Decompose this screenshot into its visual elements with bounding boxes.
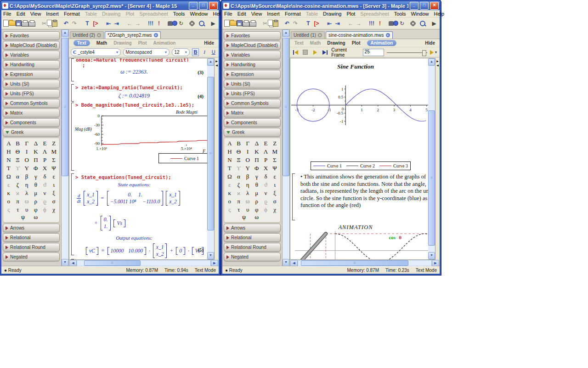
greek-letter[interactable]: Ω bbox=[4, 172, 13, 180]
palette-header[interactable]: Handwriting bbox=[224, 60, 281, 69]
greek-letter[interactable]: ε bbox=[270, 172, 279, 180]
palette-header[interactable]: MapleCloud (Disabled) bbox=[3, 41, 60, 50]
context-tab[interactable]: Drawing bbox=[113, 40, 131, 46]
menu-item[interactable]: Format bbox=[64, 11, 80, 17]
print-icon[interactable] bbox=[22, 22, 28, 27]
redo-icon[interactable]: ↷ bbox=[70, 20, 79, 27]
bold-button[interactable]: B bbox=[192, 48, 199, 56]
tab-untitled[interactable]: Untitled (2)✕ bbox=[70, 31, 104, 39]
debug-icon[interactable] bbox=[173, 21, 177, 25]
greek-letter[interactable]: Θ bbox=[13, 148, 23, 155]
palette-header[interactable]: Matrix bbox=[3, 109, 60, 117]
play-button[interactable] bbox=[312, 49, 319, 56]
vertical-scrollbar[interactable]: ▲ ▼ bbox=[428, 58, 435, 260]
greek-letter[interactable]: Ψ bbox=[270, 164, 279, 172]
redo-icon[interactable]: ↷ bbox=[291, 20, 300, 27]
palette-header[interactable]: Relational Round bbox=[224, 243, 281, 252]
mode-indicator[interactable]: Text Mode bbox=[195, 268, 216, 273]
close-tab-icon[interactable]: ✕ bbox=[154, 33, 158, 37]
greek-letter[interactable]: Ν bbox=[4, 156, 13, 164]
tab-zgraph[interactable]: *ZGraph_syrep2.mws✕ bbox=[105, 31, 161, 39]
menu-item[interactable]: File bbox=[3, 11, 11, 17]
mode-indicator[interactable]: Text Mode bbox=[416, 268, 437, 273]
greek-letter[interactable]: Υ bbox=[243, 164, 252, 172]
greek-letter[interactable]: ρ bbox=[252, 197, 261, 205]
greek-letter[interactable]: ϖ bbox=[243, 197, 252, 205]
greek-letter[interactable]: ξ bbox=[49, 189, 58, 197]
close-button[interactable]: ✕ bbox=[209, 2, 218, 10]
horizontal-scrollbar[interactable]: ◀ ▶ bbox=[290, 260, 440, 266]
greek-letter[interactable]: ϕ bbox=[40, 206, 50, 213]
greek-letter-row[interactable]: ψ ω bbox=[4, 213, 58, 221]
insert-prompt-icon[interactable]: [> bbox=[312, 20, 321, 27]
menu-item[interactable]: Insert bbox=[267, 11, 280, 17]
greek-letter[interactable]: χ bbox=[270, 206, 279, 213]
stop-button[interactable] bbox=[302, 49, 309, 56]
palette-header[interactable]: Common Symbols bbox=[3, 99, 60, 108]
debug-icon[interactable] bbox=[394, 21, 398, 25]
scroll-right-icon[interactable]: ▶ bbox=[211, 260, 218, 267]
palette-header[interactable]: Negated bbox=[224, 253, 281, 261]
scroll-down-icon[interactable]: ▼ bbox=[283, 259, 289, 266]
vertical-scrollbar[interactable]: ▲ ▼ bbox=[207, 58, 215, 260]
palette-header[interactable]: Matrix bbox=[224, 109, 281, 117]
menu-item[interactable]: Drawing bbox=[323, 11, 341, 17]
greek-letter[interactable]: Η bbox=[4, 148, 13, 155]
context-tab[interactable]: Math bbox=[310, 40, 321, 46]
palette-header[interactable]: Variables bbox=[3, 51, 60, 59]
close-tab-icon[interactable]: ✕ bbox=[386, 33, 390, 37]
worksheet-page[interactable]: Sine Function -3-2-11234510.5-0.5-10 Cur… bbox=[290, 58, 428, 260]
print-preview-icon[interactable] bbox=[249, 22, 256, 27]
scroll-right-icon[interactable]: ▶ bbox=[432, 260, 439, 267]
tab-sine-cosine[interactable]: sine-cosine-animation.mws✕ bbox=[326, 31, 393, 39]
menu-item[interactable]: Window bbox=[190, 11, 208, 17]
context-tab[interactable]: Math bbox=[96, 40, 107, 46]
greek-letter[interactable]: Ρ bbox=[261, 156, 271, 164]
greek-letter[interactable]: Ι bbox=[22, 148, 31, 155]
toolbar-overflow-icon[interactable]: ▶ bbox=[209, 20, 217, 27]
greek-letter[interactable]: Τ bbox=[4, 164, 13, 172]
greek-letter[interactable]: σ bbox=[270, 197, 279, 205]
insert-text-icon[interactable]: T bbox=[83, 20, 91, 27]
palette-header[interactable]: Favorites bbox=[3, 31, 60, 40]
greek-letter[interactable]: Ε bbox=[40, 139, 50, 147]
greek-letter[interactable]: δ bbox=[40, 172, 50, 180]
greek-letter[interactable]: ϖ bbox=[22, 197, 31, 205]
greek-letter[interactable]: ζ bbox=[234, 181, 243, 189]
tab-untitled[interactable]: Untitled (1)✕ bbox=[291, 31, 325, 39]
undo-icon[interactable]: ↶ bbox=[283, 20, 291, 27]
save-icon[interactable] bbox=[237, 20, 243, 26]
greek-letter[interactable]: Ι bbox=[243, 148, 252, 155]
menu-item[interactable]: Plot bbox=[346, 11, 355, 17]
paste-icon[interactable] bbox=[52, 20, 57, 27]
greek-letter[interactable]: κ bbox=[4, 189, 13, 197]
greek-letter[interactable]: Β bbox=[13, 139, 23, 147]
greek-letter[interactable]: ν bbox=[40, 189, 50, 197]
greek-letter[interactable]: α bbox=[234, 172, 243, 180]
back-icon[interactable]: ← bbox=[346, 20, 355, 27]
greek-letter[interactable]: λ bbox=[22, 189, 31, 197]
palette-header[interactable]: Relational bbox=[224, 233, 281, 242]
restart-kernel-icon[interactable]: ↻ bbox=[177, 20, 185, 27]
scroll-up-icon[interactable]: ▲ bbox=[62, 29, 68, 37]
copy-icon[interactable] bbox=[268, 20, 273, 26]
execute-all-icon[interactable]: !!! bbox=[368, 20, 376, 27]
back-icon[interactable]: ← bbox=[125, 20, 134, 27]
menu-item[interactable]: Format bbox=[285, 11, 301, 17]
menu-item[interactable]: File bbox=[224, 11, 232, 17]
greek-letter[interactable]: ρ bbox=[31, 197, 40, 205]
menu-item[interactable]: Table bbox=[85, 11, 97, 17]
menu-item[interactable]: Edit bbox=[17, 11, 25, 17]
greek-letter[interactable]: ι bbox=[49, 181, 58, 189]
greek-letter[interactable]: ο bbox=[225, 197, 234, 205]
greek-letter[interactable]: ϒ bbox=[13, 164, 23, 172]
greek-letter[interactable]: ϑ bbox=[261, 181, 271, 189]
step-forward-button[interactable] bbox=[322, 49, 328, 56]
execute-all-icon[interactable]: !!! bbox=[147, 20, 155, 27]
outdent-icon[interactable]: ⇤ bbox=[104, 20, 113, 27]
greek-letter[interactable]: ε bbox=[4, 181, 13, 189]
context-tab[interactable]: Plot bbox=[138, 40, 147, 46]
print-icon[interactable] bbox=[243, 22, 249, 27]
print-preview-icon[interactable] bbox=[28, 22, 35, 27]
greek-letter[interactable]: Γ bbox=[243, 139, 252, 147]
